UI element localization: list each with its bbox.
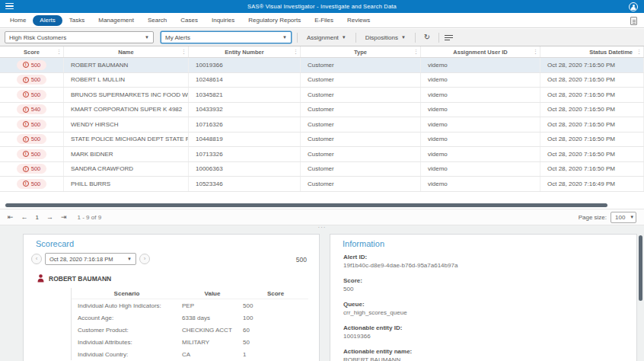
nav-item[interactable]: Reviews — [340, 15, 377, 25]
table-row[interactable]: ! 500 SANDRA CRAWFORD 10006363 Customer … — [0, 162, 644, 177]
view-select[interactable]: High Risk Customers ▼ — [5, 31, 154, 43]
entity-number-cell: 10713326 — [189, 147, 301, 161]
next-page-button[interactable]: → — [46, 214, 53, 221]
alert-severity-icon: ! — [23, 77, 29, 83]
user-profile-icon[interactable] — [629, 2, 638, 11]
alert-severity-icon: ! — [23, 121, 29, 127]
app-window: SAS® Visual Investigator - Investigate a… — [0, 0, 644, 361]
toolbar-divider — [415, 33, 416, 43]
column-header-assignment-user-id[interactable]: Assignment User ID⋮ — [421, 46, 540, 57]
type-cell: Customer — [301, 117, 421, 132]
information-panel: Information Alert ID: 19f1b40c-d8e9-4dae… — [330, 234, 637, 361]
name-cell: ROBERT BAUMANN — [64, 58, 189, 72]
main-navigation: Home Alerts Tasks Management Search Case… — [0, 13, 644, 28]
table-row[interactable]: ! 500 ROBERT L MULLIN 10248614 Customer … — [0, 73, 644, 88]
horizontal-scrollbar[interactable] — [5, 203, 607, 207]
vertical-scrollbar[interactable] — [639, 235, 642, 301]
assignment-user-id-cell: videmo — [421, 88, 540, 102]
score-date-select[interactable]: Oct 28, 2020 7:16:18 PM ▼ — [45, 253, 136, 265]
alerts-toolbar: High Risk Customers ▼ My Alerts ▼ Assign… — [0, 29, 644, 46]
last-page-button[interactable]: ⇥ — [61, 214, 67, 221]
alert-severity-icon: ! — [23, 180, 29, 187]
score-badge: ! 500 — [17, 164, 47, 174]
name-cell: MARK BIDNER — [64, 147, 189, 161]
column-menu-icon[interactable]: ⋮ — [413, 49, 419, 55]
nav-item[interactable]: E-Files — [308, 15, 340, 25]
scorecard-total-score: 500 — [296, 256, 307, 264]
alerts-table: Score⋮ Name⋮ Entity Number⋮ Type⋮ Assign… — [0, 46, 644, 192]
table-row[interactable]: ! 500 BRUNOS SUPERMARKETS INC FOOD WORLD… — [0, 88, 644, 103]
chevron-down-icon: ▼ — [401, 35, 406, 40]
scorecard-entity-name[interactable]: ROBERT BAUMANN — [49, 275, 111, 283]
chevron-down-icon: ▼ — [145, 35, 149, 40]
status-datetime-cell: Oct 28, 2020 7:16:50 PM — [540, 162, 644, 177]
score-badge: ! 500 — [17, 60, 47, 70]
score-badge: ! 500 — [17, 90, 47, 100]
entity-number-cell: 10248614 — [189, 73, 301, 88]
nav-item[interactable]: Regulatory Reports — [241, 15, 308, 25]
column-menu-icon[interactable]: ⋮ — [181, 49, 187, 55]
scorecard-row: Individual Attributes: MILITARY 50 — [72, 336, 308, 348]
first-page-button[interactable]: ⇤ — [8, 214, 14, 221]
person-icon — [37, 274, 44, 283]
previous-score-button[interactable]: ‹ — [31, 254, 42, 264]
entity-number-cell: 10716326 — [189, 117, 301, 132]
toolbar-divider — [438, 33, 439, 43]
scorecard-panel: Scorecard ‹ Oct 28, 2020 7:16:18 PM ▼ › … — [23, 234, 320, 361]
assignment-button[interactable]: Assignment▼ — [303, 33, 350, 43]
current-page-number[interactable]: 1 — [36, 214, 39, 221]
scorecard-row: Customer Product: CHECKING ACCT 60 — [72, 324, 308, 336]
column-header-status-datetime[interactable]: Status Datetime⋮ — [540, 46, 644, 57]
nav-item[interactable]: Cases — [174, 15, 205, 25]
previous-page-button[interactable]: ← — [21, 214, 28, 221]
status-datetime-cell: Oct 28, 2020 7:16:49 PM — [540, 177, 644, 191]
table-row[interactable]: ! 540 KMART CORPORATION SUPER K 4982 104… — [0, 103, 644, 118]
type-cell: Customer — [301, 162, 421, 177]
status-datetime-cell: Oct 28, 2020 7:16:50 PM — [540, 73, 644, 88]
nav-item[interactable]: Management — [91, 15, 141, 25]
score-badge: ! 500 — [17, 179, 47, 189]
column-menu-icon[interactable]: ⋮ — [56, 49, 62, 55]
column-header-type[interactable]: Type⋮ — [301, 46, 421, 57]
assignment-user-id-cell: videmo — [421, 103, 540, 117]
scorecard-table: Scenario Value Score Individual Auto Hig… — [71, 288, 308, 360]
page-size-select[interactable]: 100 ▼ — [611, 212, 636, 223]
splitter-handle[interactable]: ··· — [318, 224, 327, 231]
table-row[interactable]: ! 500 WENDY HIRSCH 10716326 Customer vid… — [0, 117, 644, 133]
alerts-filter-select[interactable]: My Alerts ▼ — [161, 31, 292, 43]
chevron-down-icon: ▼ — [630, 215, 634, 219]
document-icon[interactable] — [630, 17, 637, 25]
nav-item[interactable]: Search — [141, 15, 174, 25]
column-header-score[interactable]: Score⋮ — [0, 46, 64, 57]
next-score-button[interactable]: › — [139, 254, 150, 264]
nav-item[interactable]: Tasks — [62, 15, 91, 25]
dispositions-button[interactable]: Dispositions▼ — [362, 33, 410, 43]
column-menu-icon[interactable]: ⋮ — [293, 49, 298, 55]
table-row[interactable]: ! 500 ROBERT BAUMANN 10019366 Customer v… — [0, 58, 644, 73]
nav-item[interactable]: Home — [3, 15, 33, 25]
table-row[interactable]: ! 500 PHILL BURRS 10523346 Customer vide… — [0, 177, 644, 192]
list-view-icon[interactable] — [445, 34, 453, 41]
hamburger-menu-icon[interactable] — [5, 3, 14, 10]
score-badge: ! 500 — [17, 120, 47, 129]
table-row[interactable]: ! 500 STATE POLICE MICHIGAN DEPT STATE P… — [0, 133, 644, 148]
information-field: Queue: crr_high_scores_queue — [343, 300, 629, 317]
name-cell: SANDRA CRAWFORD — [64, 162, 189, 177]
assignment-user-id-cell: videmo — [421, 177, 540, 191]
column-header-name[interactable]: Name⋮ — [64, 46, 189, 57]
name-cell: WENDY HIRSCH — [64, 117, 189, 132]
toolbar-divider — [355, 33, 356, 43]
alert-severity-icon: ! — [23, 62, 29, 68]
table-row[interactable]: ! 500 MARK BIDNER 10713326 Customer vide… — [0, 147, 644, 162]
scorecard-row: Account Age: 6338 days 100 — [72, 311, 308, 324]
scorecard-col-value: Value — [182, 290, 243, 297]
nav-item[interactable]: Alerts — [33, 15, 62, 26]
name-cell: PHILL BURRS — [64, 177, 189, 191]
column-menu-icon[interactable]: ⋮ — [533, 49, 538, 55]
refresh-icon[interactable]: ↻ — [421, 34, 433, 41]
nav-item[interactable]: Inquiries — [205, 15, 241, 25]
information-field: Actionable entity ID: 10019366 — [343, 324, 629, 340]
column-header-entity-number[interactable]: Entity Number⋮ — [189, 46, 301, 57]
alert-severity-icon: ! — [23, 166, 29, 172]
column-menu-icon[interactable]: ⋮ — [636, 49, 642, 55]
